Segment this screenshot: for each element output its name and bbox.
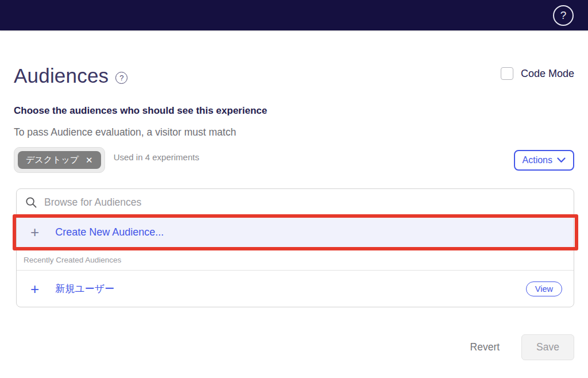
create-new-audience-row[interactable]: + Create New Audience... [17,215,574,249]
title-help-icon[interactable]: ? [115,72,127,84]
view-button[interactable]: View [526,281,562,296]
audience-browser-panel: + Create New Audience... Recently Create… [16,188,574,307]
title-row: Audiences ? Code Mode [14,64,574,87]
revert-button[interactable]: Revert [470,341,500,353]
page-subtitle: Choose the audiences who should see this… [14,105,574,117]
create-new-audience-label: Create New Audience... [55,226,164,238]
footer-actions: Revert Save [14,334,574,360]
help-icon[interactable]: ? [553,5,574,26]
main-content: Audiences ? Code Mode Choose the audienc… [0,64,588,360]
code-mode-checkbox[interactable] [501,67,513,80]
audience-name[interactable]: 新規ユーザー [55,282,114,295]
usage-text: Used in 4 experiments [114,152,199,162]
top-navigation-bar: ? [0,0,588,30]
plus-icon: + [30,225,39,240]
search-input[interactable] [44,196,565,209]
recent-section-header: Recently Created Audiences [24,256,121,264]
code-mode-label: Code Mode [521,68,574,80]
remove-tag-icon[interactable]: ✕ [86,156,93,164]
code-mode-toggle[interactable]: Code Mode [501,67,574,80]
save-button[interactable]: Save [521,334,574,360]
chevron-down-icon [557,157,566,163]
audience-tag-container: デスクトップ ✕ [14,147,105,173]
recent-section-header-row: Recently Created Audiences [17,249,574,271]
audience-tag: デスクトップ ✕ [18,151,101,169]
search-row [17,189,574,215]
selected-audiences-row: デスクトップ ✕ Used in 4 experiments Actions [14,147,574,173]
actions-button[interactable]: Actions [514,150,574,171]
plus-icon[interactable]: + [30,281,39,296]
search-icon [25,196,37,209]
page-title: Audiences [14,64,109,87]
audience-tag-label: デスクトップ [26,155,79,165]
actions-button-label: Actions [523,155,552,165]
evaluation-description: To pass Audience evaluation, a visitor m… [14,126,574,138]
audience-list-item[interactable]: + 新規ユーザー View [17,271,574,307]
